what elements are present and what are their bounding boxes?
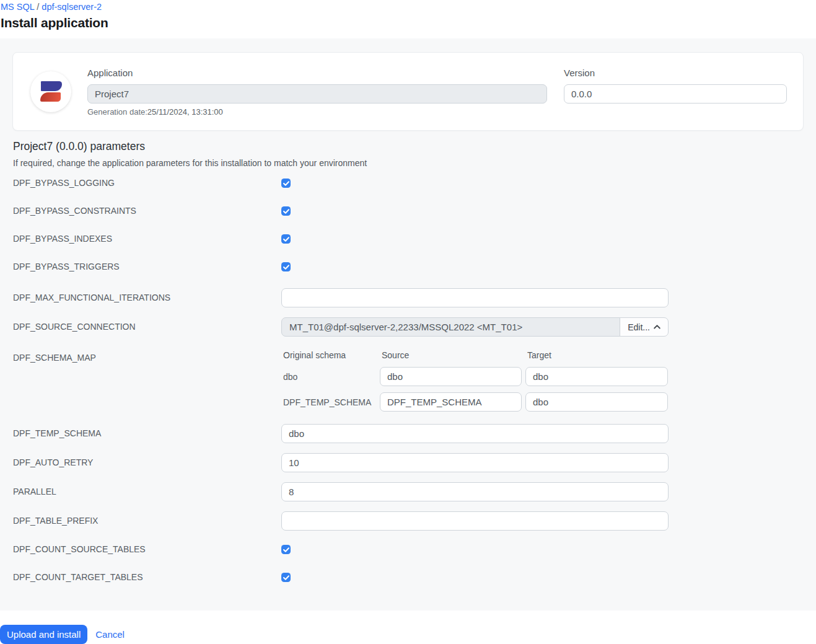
param-row-dpf-table-prefix: DPF_TABLE_PREFIX <box>12 511 804 531</box>
breadcrumb-link-ms-sql[interactable]: MS SQL <box>1 2 34 12</box>
param-row-dpf-bypass-indexes: DPF_BYPASS_INDEXES <box>12 230 804 248</box>
version-column: Version <box>564 53 787 104</box>
breadcrumb: MS SQL / dpf-sqlserver-2 <box>1 1 804 12</box>
dpf-count-target-tables-checkbox[interactable] <box>281 573 291 582</box>
param-row-dpf-max-functional-iterations: DPF_MAX_FUNCTIONAL_ITERATIONS <box>12 288 804 307</box>
application-label: Application <box>87 68 547 78</box>
main-content: Application Generation date:25/11/2024, … <box>0 38 816 611</box>
cancel-link[interactable]: Cancel <box>95 625 125 644</box>
application-column: Application Generation date:25/11/2024, … <box>87 53 547 117</box>
dpf-bypass-logging-checkbox[interactable] <box>281 179 291 188</box>
install-application-page: MS SQL / dpf-sqlserver-2 Install applica… <box>0 0 816 644</box>
edit-connection-button[interactable]: Edit... <box>620 317 669 337</box>
application-input[interactable] <box>87 84 547 104</box>
schema-map-header-original: Original schema <box>281 350 376 360</box>
param-row-dpf-bypass-triggers: DPF_BYPASS_TRIGGERS <box>12 258 804 276</box>
version-input[interactable] <box>564 84 787 104</box>
param-row-dpf-bypass-logging: DPF_BYPASS_LOGGING <box>12 174 804 192</box>
schema-map-row-original: DPF_TEMP_SCHEMA <box>281 392 376 412</box>
upload-and-install-button[interactable]: Upload and install <box>0 625 87 644</box>
parallel-input[interactable] <box>281 482 669 501</box>
dpf-bypass-indexes-checkbox[interactable] <box>281 234 291 244</box>
param-row-dpf-schema-map: DPF_SCHEMA_MAP Original schema Source Ta… <box>12 346 804 414</box>
param-row-dpf-bypass-constraints: DPF_BYPASS_CONSTRAINTS <box>12 202 804 220</box>
schema-map-header-source: Source <box>380 350 522 360</box>
dpf-auto-retry-input[interactable] <box>281 453 669 472</box>
param-row-dpf-count-target-tables: DPF_COUNT_TARGET_TABLES <box>12 568 804 586</box>
application-card: Application Generation date:25/11/2024, … <box>12 52 804 131</box>
param-row-dpf-temp-schema: DPF_TEMP_SCHEMA <box>12 424 804 443</box>
parameters-section-subtitle: If required, change the application para… <box>13 158 804 168</box>
param-row-dpf-source-connection: DPF_SOURCE_CONNECTION Edit... <box>12 317 804 337</box>
schema-map-row2-source-input[interactable] <box>380 392 522 412</box>
dpf-count-source-tables-checkbox[interactable] <box>281 545 291 554</box>
breadcrumb-link-server[interactable]: dpf-sqlserver-2 <box>42 2 102 12</box>
schema-map-table: Original schema Source Target dbo DPF_TE… <box>281 346 669 414</box>
application-logo-icon <box>30 71 71 112</box>
page-header: MS SQL / dpf-sqlserver-2 Install applica… <box>0 0 816 38</box>
schema-map-row-original: dbo <box>281 367 376 386</box>
parameters-section-title: Project7 (0.0.0) parameters <box>13 140 804 153</box>
schema-map-row1-source-input[interactable] <box>380 367 522 386</box>
schema-map-header-target: Target <box>525 350 668 360</box>
dpf-source-connection-input[interactable] <box>281 317 620 337</box>
page-title: Install application <box>1 14 804 32</box>
chevron-up-icon <box>654 325 660 329</box>
version-label: Version <box>564 68 787 78</box>
generation-date: Generation date:25/11/2024, 13:31:00 <box>87 107 547 117</box>
dpf-bypass-triggers-checkbox[interactable] <box>281 262 291 271</box>
dpf-max-functional-iterations-input[interactable] <box>281 288 669 307</box>
param-row-dpf-auto-retry: DPF_AUTO_RETRY <box>12 453 804 472</box>
schema-map-row2-target-input[interactable] <box>525 392 668 412</box>
dpf-temp-schema-input[interactable] <box>281 424 669 443</box>
source-connection-group: Edit... <box>281 317 669 337</box>
schema-map-row1-target-input[interactable] <box>525 367 668 386</box>
param-row-dpf-count-source-tables: DPF_COUNT_SOURCE_TABLES <box>12 540 804 558</box>
page-footer: Upload and install Cancel <box>0 611 816 644</box>
dpf-table-prefix-input[interactable] <box>281 511 669 531</box>
dpf-bypass-constraints-checkbox[interactable] <box>281 206 291 216</box>
param-row-parallel: PARALLEL <box>12 482 804 501</box>
breadcrumb-separator: / <box>37 2 39 12</box>
